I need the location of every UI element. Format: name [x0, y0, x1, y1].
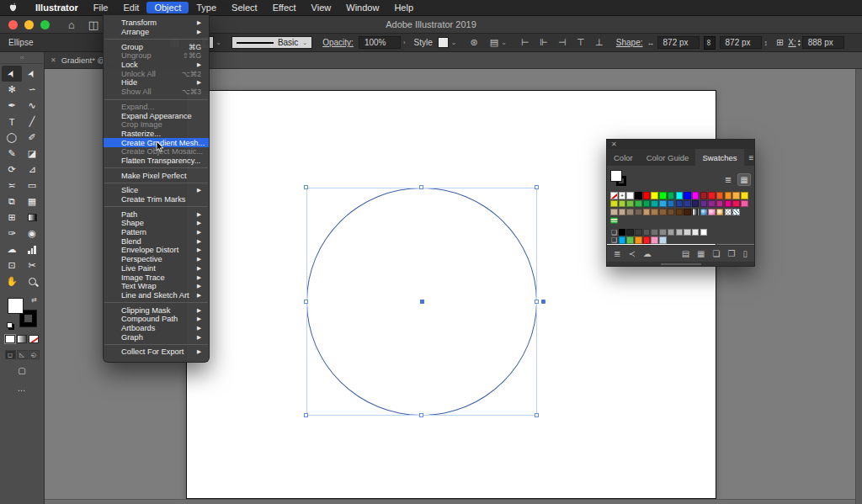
- swatch-color[interactable]: [651, 236, 658, 244]
- mesh-tool[interactable]: ⊞: [2, 210, 22, 225]
- stroke-chevron-icon[interactable]: ⌄: [216, 39, 221, 46]
- add-to-library-icon[interactable]: ☁: [643, 249, 652, 258]
- ellipse-tool[interactable]: ◯: [2, 130, 22, 146]
- home-icon[interactable]: ⌂: [68, 19, 75, 31]
- swatch-grad-bw[interactable]: [692, 209, 700, 216]
- align-horizontal-right-icon[interactable]: ⊣: [556, 37, 569, 48]
- color-group-folder-icon[interactable]: ❏: [610, 236, 618, 244]
- style-label[interactable]: Style: [414, 38, 433, 47]
- swatch-kinds-menu-icon[interactable]: ≺: [628, 249, 635, 258]
- selection-handle-e[interactable]: [535, 300, 539, 304]
- swatch-checker[interactable]: [725, 209, 732, 216]
- swatch-color[interactable]: [626, 192, 634, 199]
- menu-item-clipping-mask[interactable]: Clipping Mask▶: [104, 305, 209, 315]
- menu-item-blend[interactable]: Blend▶: [104, 236, 209, 246]
- close-panel-icon[interactable]: ✕: [611, 141, 617, 148]
- swatch-color[interactable]: [741, 200, 748, 208]
- fill-stroke-control[interactable]: ⇄: [8, 298, 36, 326]
- artboard-tool[interactable]: ⊡: [2, 257, 22, 273]
- pencil-tool[interactable]: ✎: [2, 146, 22, 162]
- swatch-registration[interactable]: +: [619, 192, 626, 199]
- swatch-color[interactable]: [741, 192, 748, 199]
- swatch-color[interactable]: [651, 229, 658, 236]
- menu-item-pattern[interactable]: Pattern▶: [104, 228, 209, 237]
- swatch-color[interactable]: [676, 229, 684, 236]
- menu-item-path[interactable]: Path▶: [104, 210, 209, 219]
- minimize-window-button[interactable]: [24, 20, 34, 29]
- shape-anchor-point[interactable]: [541, 300, 545, 304]
- menubar-item-object[interactable]: Object: [146, 2, 189, 13]
- recolor-artwork-icon[interactable]: ⊛: [471, 37, 478, 48]
- menubar-item-effect[interactable]: Effect: [265, 2, 304, 13]
- swatch-color[interactable]: [732, 200, 740, 208]
- swatch-color[interactable]: [668, 229, 675, 236]
- horizontal-scrollbar[interactable]: [45, 499, 855, 504]
- menu-item-flatten-transparency[interactable]: Flatten Transparency...: [104, 157, 209, 166]
- swatch-grad-blue[interactable]: [700, 209, 708, 216]
- swatch-grad-orange[interactable]: [716, 209, 724, 216]
- menubar-item-edit[interactable]: Edit: [115, 2, 146, 13]
- align-vertical-center-icon[interactable]: ⊥: [593, 37, 606, 48]
- fill-swatch-large[interactable]: [8, 298, 24, 314]
- align-horizontal-left-icon[interactable]: ⊢: [519, 37, 532, 48]
- selection-handle-n[interactable]: [419, 185, 423, 189]
- menu-item-make-pixel-perfect[interactable]: Make Pixel Perfect: [104, 171, 209, 180]
- blend-tool[interactable]: ◉: [22, 225, 42, 241]
- swatch-libraries-icon[interactable]: ≣: [614, 249, 620, 258]
- zoom-tool[interactable]: [22, 273, 42, 289]
- swatch-color[interactable]: [659, 209, 667, 216]
- stroke-style-dropdown[interactable]: Basic ⌄: [231, 36, 312, 49]
- swatch-color[interactable]: [659, 200, 667, 208]
- opacity-link[interactable]: Opacity:: [322, 38, 354, 47]
- swap-fill-stroke-icon[interactable]: ⇄: [31, 296, 37, 304]
- panel-menu-icon[interactable]: ≡: [744, 149, 759, 166]
- close-window-button[interactable]: [8, 20, 18, 29]
- menu-item-image-trace[interactable]: Image Trace▶: [104, 273, 209, 282]
- opacity-chevron-icon[interactable]: ›: [403, 39, 406, 46]
- swatch-color[interactable]: [659, 229, 667, 236]
- color-group-folder-icon[interactable]: ❏: [610, 229, 618, 236]
- eraser-tool[interactable]: ◪: [22, 146, 42, 162]
- grid-view-icon[interactable]: ▦: [737, 173, 751, 186]
- menu-item-create-gradient-mesh[interactable]: Create Gradient Mesh...: [104, 138, 209, 147]
- swatch-color[interactable]: [668, 192, 675, 199]
- menu-item-hide[interactable]: Hide▶: [104, 78, 209, 88]
- swatch-color[interactable]: [626, 209, 634, 216]
- swatch-color[interactable]: [643, 192, 651, 199]
- vertical-scrollbar[interactable]: [855, 69, 862, 504]
- new-swatch-icon[interactable]: ❐: [728, 249, 736, 258]
- swatch-color[interactable]: [651, 200, 658, 208]
- swatch-color[interactable]: [708, 200, 716, 208]
- menu-item-shape[interactable]: Shape▶: [104, 219, 209, 228]
- swatch-color[interactable]: [619, 229, 626, 236]
- eyedropper-tool[interactable]: ✑: [2, 225, 22, 241]
- menu-item-group[interactable]: Group⌘G: [104, 42, 209, 51]
- selection-handle-se[interactable]: [535, 413, 539, 417]
- swatch-color[interactable]: [708, 192, 716, 199]
- swatch-color[interactable]: [700, 229, 708, 236]
- delete-swatch-icon[interactable]: ▯: [742, 249, 748, 258]
- swatch-color[interactable]: [635, 229, 642, 236]
- swatch-grad-pink[interactable]: [708, 209, 716, 216]
- menubar-item-file[interactable]: File: [86, 2, 116, 13]
- swatch-color[interactable]: [651, 192, 658, 199]
- swatch-color[interactable]: [626, 236, 634, 244]
- menu-item-perspective[interactable]: Perspective▶: [104, 255, 209, 264]
- lasso-tool[interactable]: ∽: [22, 82, 42, 98]
- menu-item-create-trim-marks[interactable]: Create Trim Marks: [104, 195, 209, 204]
- swatch-color[interactable]: [635, 192, 642, 199]
- magic-wand-tool[interactable]: ✻: [2, 82, 22, 98]
- color-button[interactable]: [5, 335, 15, 343]
- document-setup-chevron-icon[interactable]: ⌄: [501, 39, 507, 46]
- menu-item-graph[interactable]: Graph▶: [104, 332, 209, 342]
- width-tool[interactable]: ≍: [2, 178, 22, 194]
- selection-handle-sw[interactable]: [304, 413, 308, 417]
- menu-item-expand-appearance[interactable]: Expand Appearance: [104, 111, 209, 120]
- arrange-documents-icon[interactable]: ◫: [88, 19, 98, 31]
- panel-resize-handle[interactable]: [607, 262, 754, 266]
- swatch-color[interactable]: [684, 192, 691, 199]
- menubar-item-window[interactable]: Window: [338, 2, 386, 13]
- list-view-icon[interactable]: ≣: [721, 173, 735, 186]
- shape-builder-tool[interactable]: ⧉: [2, 194, 22, 210]
- draw-inside-mode[interactable]: ◵: [29, 350, 40, 359]
